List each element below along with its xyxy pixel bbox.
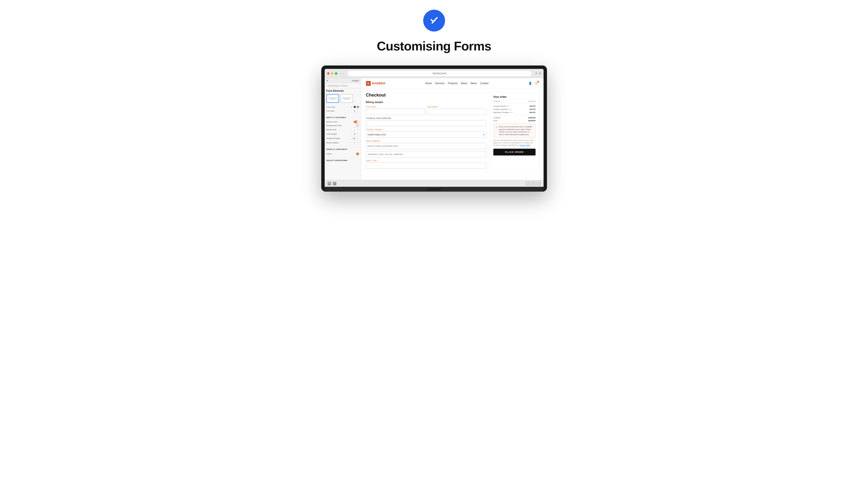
cart-icon[interactable]: 🛒 2 — [535, 82, 538, 86]
billing-section-title: Billing details — [366, 101, 486, 104]
textarea-height-increase[interactable]: + — [356, 136, 359, 140]
accent-color-dot[interactable] — [356, 152, 359, 156]
last-name-input[interactable] — [427, 109, 486, 115]
apartment-input[interactable] — [366, 151, 486, 157]
browser-max-btn[interactable] — [335, 72, 337, 75]
font-size-label: Font Size — [327, 110, 335, 112]
nav-home[interactable]: Home — [425, 82, 432, 85]
add-icon[interactable]: + — [333, 182, 336, 185]
customizer-sidebar: ✕ Publish ‹ Customizing > General Form E… — [325, 78, 361, 180]
bg-color-toggle[interactable] — [354, 124, 359, 127]
font-size-stepper[interactable]: − 16 + — [350, 109, 359, 112]
sidebar-close-btn[interactable]: ✕ — [327, 79, 328, 82]
textarea-height-label: Textarea Height — [327, 137, 340, 139]
template-line-4 — [342, 97, 351, 98]
template-line-3 — [330, 99, 336, 100]
nav-icons: 👤 🛒 2 — [528, 82, 538, 86]
input-height-stepper[interactable]: − 40 + — [350, 132, 359, 136]
order-item-3: Dignissim Sodales × 1 $60.00 — [493, 111, 535, 113]
street-input[interactable] — [366, 143, 486, 149]
order-total-row: Total $100.00 — [493, 120, 535, 122]
border-color-toggle[interactable] — [354, 121, 359, 123]
company-input[interactable] — [366, 120, 486, 126]
checkout-content: Checkout Billing details First name * — [361, 89, 544, 175]
template-line-6 — [344, 99, 350, 100]
browser-chrome: ‹ › blocksy.local ↻ ⊕ — [325, 69, 544, 78]
order-item-2: Congue Quisque × 1 $15.00 — [493, 108, 535, 110]
input-height-value: 40 — [353, 133, 356, 135]
input-height-increase[interactable]: + — [356, 132, 359, 136]
first-name-input[interactable] — [366, 109, 425, 115]
border-size-increase[interactable]: + — [356, 128, 359, 131]
subtotal-value: $100.00 — [529, 117, 535, 119]
browser-close-btn[interactable] — [327, 72, 330, 75]
tablet-icon[interactable]: ▭ — [531, 182, 535, 185]
privacy-text: Your personal data will be used to proce… — [493, 139, 535, 146]
border-radius-decrease[interactable]: − — [350, 141, 353, 144]
total-label: Total — [493, 120, 497, 122]
item-1-name: Congue Mauris × 1 — [493, 105, 510, 107]
payment-warning: ⚠ Sorry, it seems that there are no avai… — [493, 124, 535, 138]
color-dot-dark[interactable] — [353, 106, 356, 108]
font-size-decrease[interactable]: − — [350, 109, 353, 112]
border-size-row: Border Size − 1 + — [327, 128, 359, 131]
country-select[interactable]: United States (US) — [366, 131, 486, 138]
input-height-decrease[interactable]: − — [350, 132, 353, 136]
color-dot-medium[interactable] — [357, 106, 359, 108]
nav-back[interactable]: ‹ — [341, 72, 342, 75]
place-order-button[interactable]: PLACE ORDER — [493, 149, 535, 156]
publish-label[interactable]: Publish — [352, 79, 359, 82]
template-1[interactable] — [327, 94, 339, 103]
nav-forward[interactable]: › — [343, 72, 344, 75]
page-title: Customising Forms — [377, 39, 491, 53]
nav-contact[interactable]: Contact — [480, 82, 488, 85]
color-picker-arrow[interactable]: ▼ — [351, 106, 353, 108]
browser-share[interactable]: ⊕ — [539, 72, 541, 75]
site-brand: B BARBER — [366, 81, 385, 86]
colors-row: Colors — [327, 152, 359, 156]
sidebar-topbar: ✕ Publish — [325, 78, 361, 84]
border-radius-increase[interactable]: + — [356, 141, 359, 144]
town-input[interactable] — [366, 163, 486, 169]
border-size-stepper[interactable]: − 1 + — [350, 128, 359, 131]
browser-min-btn[interactable] — [331, 72, 333, 75]
nav-about[interactable]: About — [461, 82, 467, 85]
settings-icon[interactable]: ⚙ — [328, 182, 331, 185]
border-radius-stepper[interactable]: − 3 + — [350, 141, 359, 144]
product-col-header: Product — [493, 100, 500, 102]
logo-circle — [423, 10, 445, 32]
font-color-control: ▼ — [351, 106, 359, 108]
browser-reload[interactable]: ↻ — [535, 72, 537, 75]
browser-url-bar[interactable]: blocksy.local — [348, 71, 531, 76]
subtotal-label: Subtotal — [493, 117, 500, 119]
border-size-label: Border Size — [327, 129, 337, 131]
last-name-group: Last name * — [427, 105, 486, 115]
desktop-icon[interactable]: □ — [526, 182, 530, 185]
nav-products[interactable]: Products — [448, 82, 457, 85]
account-icon[interactable]: 👤 — [528, 82, 532, 86]
back-arrow[interactable]: ‹ — [327, 85, 327, 87]
order-divider — [493, 115, 535, 115]
first-name-group: First name * — [366, 105, 425, 115]
template-2[interactable] — [340, 94, 353, 103]
mobile-icon[interactable]: ▯ — [537, 182, 541, 185]
warning-icon: ⚠ — [496, 126, 498, 136]
company-label: Company name (optional) — [366, 117, 486, 119]
font-size-increase[interactable]: + — [356, 109, 359, 112]
bg-color-label: Background Color — [327, 124, 342, 127]
street-label: Street address * — [366, 140, 486, 142]
template-line-1 — [328, 97, 337, 98]
input-textarea-header: Input & Textarea — [325, 115, 361, 119]
toggle-knob-2 — [354, 124, 356, 127]
total-value: $100.00 — [529, 120, 535, 122]
country-group: Country / Region * United States (US) ▼ — [366, 128, 486, 138]
order-header-row: Product Subtotal — [493, 100, 535, 104]
privacy-link[interactable]: privacy policy — [520, 144, 530, 146]
border-size-decrease[interactable]: − — [350, 128, 353, 131]
border-color-label: Border Color — [327, 121, 337, 123]
nav-news[interactable]: News — [470, 82, 476, 85]
nav-services[interactable]: Services — [435, 82, 444, 85]
textarea-height-stepper[interactable]: − 100 + — [349, 136, 359, 140]
textarea-height-decrease[interactable]: − — [349, 136, 352, 140]
checkout-title: Checkout — [366, 93, 486, 98]
